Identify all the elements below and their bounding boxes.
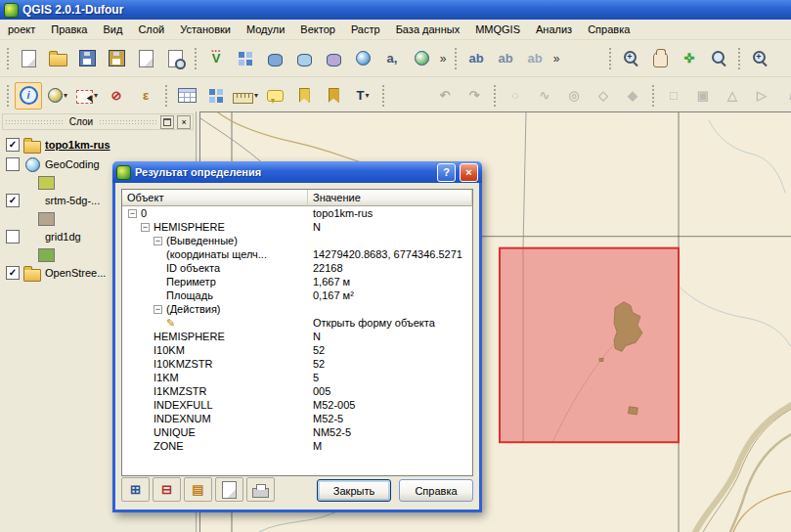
layers-panel-header[interactable]: Слои ×: [2, 113, 194, 130]
layer-name[interactable]: GeoCoding: [45, 158, 100, 170]
add-mssql-layer-button[interactable]: [320, 45, 347, 72]
identify-row-5[interactable]: Периметр1,667 м: [122, 275, 472, 288]
zoom-in-button[interactable]: [617, 45, 644, 72]
deselect-all-button[interactable]: ⊘: [103, 82, 130, 110]
toolbar-grip[interactable]: [737, 47, 741, 70]
dialog-titlebar[interactable]: Результат определения ? ×: [112, 161, 482, 183]
layer-checkbox[interactable]: ✓: [6, 138, 20, 152]
composer-manager-button[interactable]: [161, 45, 189, 72]
layer-checkbox[interactable]: ✓: [6, 266, 20, 280]
add-delimited-text-layer-button[interactable]: a,: [378, 45, 406, 72]
toolbar-grip[interactable]: [164, 84, 168, 108]
tree-expander-icon[interactable]: −: [154, 237, 162, 245]
move-label-button[interactable]: ab: [492, 45, 519, 72]
toolbar-overflow-button[interactable]: »: [436, 52, 450, 66]
add-vector-layer-button[interactable]: V: [202, 45, 230, 72]
raster-calculator-button[interactable]: [202, 82, 230, 110]
menu-item-5[interactable]: Модули: [239, 21, 292, 38]
toolbar-grip[interactable]: [194, 47, 198, 70]
add-wms-layer-button[interactable]: [349, 45, 376, 72]
layer-checkbox[interactable]: [6, 157, 20, 171]
layer-item-0[interactable]: ✓topo1km-rus: [3, 135, 193, 155]
pan-to-selection-button[interactable]: ✜: [676, 45, 703, 72]
identify-row-11[interactable]: I10KMZSTR52: [122, 357, 472, 371]
new-print-composer-button[interactable]: [132, 45, 159, 72]
dropdown-arrow-icon[interactable]: ▾: [365, 91, 369, 100]
tree-expander-icon[interactable]: −: [154, 305, 162, 314]
menu-item-0[interactable]: роект: [0, 21, 43, 38]
identify-row-1[interactable]: −HEMISPHEREN: [122, 220, 472, 234]
expand-tree-button[interactable]: ⊞: [121, 477, 150, 502]
menu-item-10[interactable]: Анализ: [528, 21, 580, 38]
identify-row-9[interactable]: HEMISPHEREN: [122, 330, 472, 343]
window-titlebar[interactable]: QGIS 2.0.1-Dufour: [0, 0, 791, 20]
show-bookmarks-button[interactable]: [320, 82, 347, 110]
toolbar-grip[interactable]: [608, 47, 612, 70]
identify-row-16[interactable]: UNIQUENM52-5: [122, 425, 472, 439]
copy-feature-button[interactable]: [215, 477, 243, 502]
menu-item-1[interactable]: Правка: [43, 21, 95, 38]
add-postgis-layer-button[interactable]: [261, 45, 288, 72]
run-feature-action-button[interactable]: ▾: [44, 82, 71, 110]
open-attribute-table-button[interactable]: [173, 82, 200, 110]
identify-row-3[interactable]: (координаты щелч...14279420.8683, 677434…: [122, 247, 472, 261]
toolbar-overflow-button[interactable]: »: [549, 52, 563, 66]
identify-row-17[interactable]: ZONEM: [122, 439, 472, 453]
dropdown-arrow-icon[interactable]: ▾: [64, 91, 67, 100]
new-project-button[interactable]: [15, 45, 42, 72]
add-wfs-layer-button[interactable]: [408, 45, 435, 72]
layer-symbol-swatch[interactable]: [38, 176, 55, 190]
toolbar-grip[interactable]: [493, 84, 497, 108]
panel-float-button[interactable]: [160, 115, 174, 129]
layer-checkbox[interactable]: [6, 230, 20, 244]
identify-row-2[interactable]: −(Выведенные): [122, 234, 472, 247]
panel-close-button[interactable]: ×: [177, 115, 191, 129]
identify-row-12[interactable]: I1KM5: [122, 371, 472, 384]
layer-labeling-button[interactable]: ab: [462, 45, 490, 72]
layer-symbol-swatch[interactable]: [38, 212, 55, 226]
menu-item-7[interactable]: Растр: [343, 21, 388, 38]
toolbar-grip[interactable]: [381, 84, 385, 108]
save-project-button[interactable]: [73, 45, 101, 72]
layer-name[interactable]: topo1km-rus: [45, 139, 110, 151]
tree-expander-icon[interactable]: −: [141, 223, 150, 232]
toolbar-grip[interactable]: [6, 84, 10, 108]
identify-row-0[interactable]: −0topo1km-rus: [122, 206, 472, 220]
identify-row-15[interactable]: INDEXNUMM52-5: [122, 412, 472, 425]
toolbar-grip[interactable]: [6, 47, 10, 70]
select-by-expression-button[interactable]: ε: [132, 82, 159, 110]
zoom-to-selection-button[interactable]: [705, 45, 732, 72]
identify-row-4[interactable]: ID объекта22168: [122, 261, 472, 275]
identify-row-13[interactable]: I1KMZSTR005: [122, 384, 472, 398]
layer-checkbox[interactable]: ✓: [6, 194, 20, 207]
menu-item-4[interactable]: Установки: [172, 21, 239, 38]
identify-features-button[interactable]: i: [15, 82, 42, 110]
collapse-tree-button[interactable]: ⊟: [153, 477, 181, 502]
menu-item-8[interactable]: База данных: [388, 21, 468, 38]
text-annotation-button[interactable]: T▾: [349, 82, 376, 110]
menu-item-9[interactable]: MMQGIS: [467, 21, 528, 38]
column-header-value[interactable]: Значение: [308, 190, 472, 206]
identify-row-7[interactable]: −(Действия): [122, 302, 472, 316]
column-header-object[interactable]: Объект: [122, 190, 308, 206]
select-features-button[interactable]: ▾: [73, 82, 101, 110]
layer-symbol-swatch[interactable]: [38, 248, 55, 262]
add-spatialite-layer-button[interactable]: [290, 45, 318, 72]
identify-row-6[interactable]: Площадь0,167 м²: [122, 288, 472, 302]
add-raster-layer-button[interactable]: [232, 45, 259, 72]
close-button[interactable]: Закрыть: [317, 479, 391, 502]
identify-row-8[interactable]: ✎Открыть форму объекта: [122, 316, 472, 330]
layer-name[interactable]: srtm-5dg-...: [45, 195, 100, 206]
zoom-full-button[interactable]: [746, 45, 773, 72]
dialog-contexthelp-button[interactable]: ?: [437, 163, 456, 182]
pan-map-button[interactable]: [646, 45, 674, 72]
menu-item-6[interactable]: Вектор: [292, 21, 343, 38]
save-project-as-button[interactable]: [103, 45, 130, 72]
layer-name[interactable]: grid1dg: [45, 231, 81, 243]
identify-row-10[interactable]: I10KM52: [122, 343, 472, 357]
measure-line-button[interactable]: ▾: [232, 82, 259, 110]
expand-new-results-button[interactable]: ▤: [184, 477, 212, 502]
layer-name[interactable]: OpenStree...: [45, 267, 106, 279]
tree-expander-icon[interactable]: −: [128, 209, 137, 218]
print-results-button[interactable]: [246, 477, 275, 502]
